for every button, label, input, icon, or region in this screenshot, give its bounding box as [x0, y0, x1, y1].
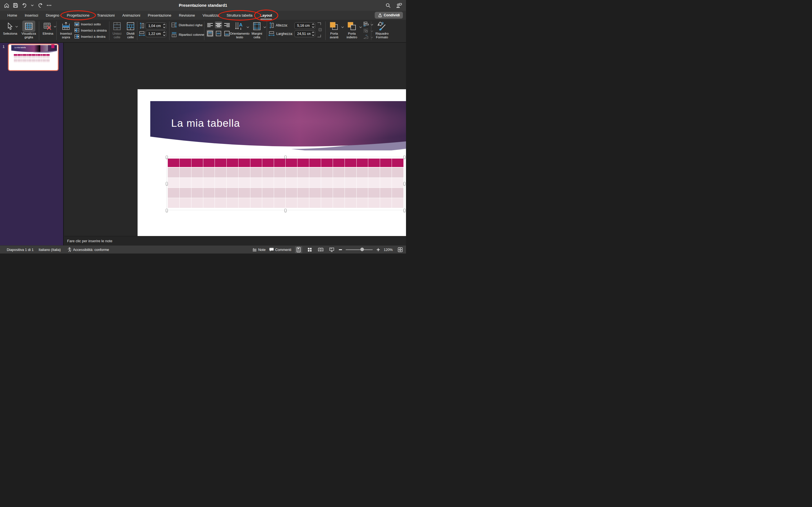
table-cell[interactable]: [345, 178, 356, 187]
selection-handle-top-left[interactable]: [166, 156, 168, 159]
table-cell[interactable]: [227, 178, 238, 187]
table-cell[interactable]: [392, 178, 403, 187]
table-cell[interactable]: [380, 168, 392, 177]
zoom-slider[interactable]: [346, 249, 373, 250]
table-cell[interactable]: [262, 159, 274, 167]
table-cell[interactable]: [239, 168, 250, 177]
table-cell[interactable]: [239, 159, 250, 167]
table-cell[interactable]: [250, 188, 262, 198]
table-cell[interactable]: [168, 168, 179, 177]
table-cell[interactable]: [321, 168, 333, 177]
table-cell[interactable]: [262, 168, 274, 177]
table-cell[interactable]: [215, 198, 226, 208]
tab-animazioni[interactable]: Animazioni: [122, 13, 140, 17]
tab-visualizza[interactable]: Visualizza: [203, 13, 219, 17]
orientamento-testo-button[interactable]: A Orientamento testo: [232, 20, 248, 42]
table-cell[interactable]: [309, 168, 321, 177]
table-cell[interactable]: [168, 188, 179, 198]
search-icon[interactable]: [386, 3, 391, 8]
table-cell[interactable]: [262, 198, 274, 208]
slide-canvas[interactable]: La mia tabella: [138, 89, 406, 253]
table-cell[interactable]: [392, 198, 403, 208]
table-cell[interactable]: [297, 159, 309, 167]
table-cell[interactable]: [286, 159, 297, 167]
align-center-button[interactable]: [215, 21, 222, 29]
table-cell[interactable]: [262, 188, 274, 198]
table-cell[interactable]: [215, 168, 226, 177]
table-cell[interactable]: [192, 178, 203, 187]
table-cell[interactable]: [180, 168, 191, 177]
commenti-toggle[interactable]: Commenti: [269, 245, 291, 253]
table-cell[interactable]: [227, 168, 238, 177]
note-toggle[interactable]: Note: [252, 245, 266, 253]
slide-thumbnail[interactable]: La mia tabella: [8, 44, 59, 71]
table-cell[interactable]: [239, 198, 250, 208]
table-cell[interactable]: [203, 159, 215, 167]
table-cell[interactable]: [274, 188, 286, 198]
table-cell[interactable]: [321, 198, 333, 208]
table-cell[interactable]: [357, 168, 368, 177]
table-cell[interactable]: [192, 198, 203, 208]
table-cell[interactable]: [227, 198, 238, 208]
table-cell[interactable]: [203, 188, 215, 198]
table-cell[interactable]: [380, 159, 392, 167]
table-cell[interactable]: [309, 159, 321, 167]
table-cell[interactable]: [357, 188, 368, 198]
condividi-button[interactable]: Condividi: [375, 12, 403, 18]
larghezza-stepper[interactable]: [312, 31, 314, 36]
table-cell[interactable]: [368, 168, 380, 177]
tab-struttura-tabella[interactable]: Struttura tabella: [227, 13, 253, 17]
table-cell[interactable]: [180, 188, 191, 198]
tab-presentazione[interactable]: Presentazione: [148, 13, 171, 17]
tab-inserisci[interactable]: Inserisci: [25, 13, 38, 17]
table-cell[interactable]: [309, 188, 321, 198]
table-cell[interactable]: [321, 159, 333, 167]
porta-indietro-button[interactable]: Porta indietro: [345, 20, 359, 42]
table-cell[interactable]: [392, 188, 403, 198]
ripartisci-colonne-button[interactable]: Ripartisci colonne: [171, 32, 204, 37]
language-indicator[interactable]: Italiano (Italia): [39, 245, 61, 253]
table-cell[interactable]: [297, 198, 309, 208]
porta-avanti-chevron-icon[interactable]: [342, 25, 344, 28]
table-cell[interactable]: [250, 198, 262, 208]
presence-comment-icon[interactable]: [396, 3, 402, 8]
table-cell[interactable]: [392, 159, 403, 167]
table-cell[interactable]: [227, 159, 238, 167]
table-cell[interactable]: [168, 159, 179, 167]
table-cell[interactable]: [203, 198, 215, 208]
table-cell[interactable]: [203, 178, 215, 187]
seleziona-button[interactable]: Seleziona: [1, 20, 19, 42]
table-cell[interactable]: [274, 168, 286, 177]
zoom-out-button[interactable]: [339, 249, 342, 250]
notes-bar[interactable]: Fare clic per inserire le note: [64, 236, 406, 245]
table-cell[interactable]: [380, 198, 392, 208]
table-cell[interactable]: [333, 198, 345, 208]
table-cell[interactable]: [297, 178, 309, 187]
table-cell[interactable]: [368, 159, 380, 167]
table-cell[interactable]: [286, 198, 297, 208]
riquadro-formato-button[interactable]: Riquadro Formato: [373, 20, 391, 42]
margini-cella-button[interactable]: Margini cella: [250, 20, 264, 42]
table-cell[interactable]: [192, 168, 203, 177]
table-cell[interactable]: [168, 178, 179, 187]
table-cell[interactable]: [345, 159, 356, 167]
tab-progettazione[interactable]: Progettazione: [67, 13, 89, 17]
table-cell[interactable]: [250, 178, 262, 187]
table-cell[interactable]: [321, 188, 333, 198]
tab-home[interactable]: Home: [7, 13, 17, 17]
selection-handle-middle-right[interactable]: [403, 182, 405, 185]
table-cell[interactable]: [215, 178, 226, 187]
selection-handle-top-center[interactable]: [285, 156, 287, 159]
table-cell[interactable]: [333, 188, 345, 198]
table-cell[interactable]: [227, 188, 238, 198]
altezza-stepper[interactable]: [312, 23, 314, 28]
table-cell[interactable]: [239, 178, 250, 187]
row-height-stepper[interactable]: [163, 23, 165, 29]
table-cell[interactable]: [345, 168, 356, 177]
table-cell[interactable]: [192, 188, 203, 198]
selection-handle-bottom-right[interactable]: [403, 209, 405, 212]
table-cell[interactable]: [250, 168, 262, 177]
tab-layout[interactable]: Layout: [260, 13, 272, 17]
table-cell[interactable]: [345, 188, 356, 198]
table-cell[interactable]: [357, 198, 368, 208]
